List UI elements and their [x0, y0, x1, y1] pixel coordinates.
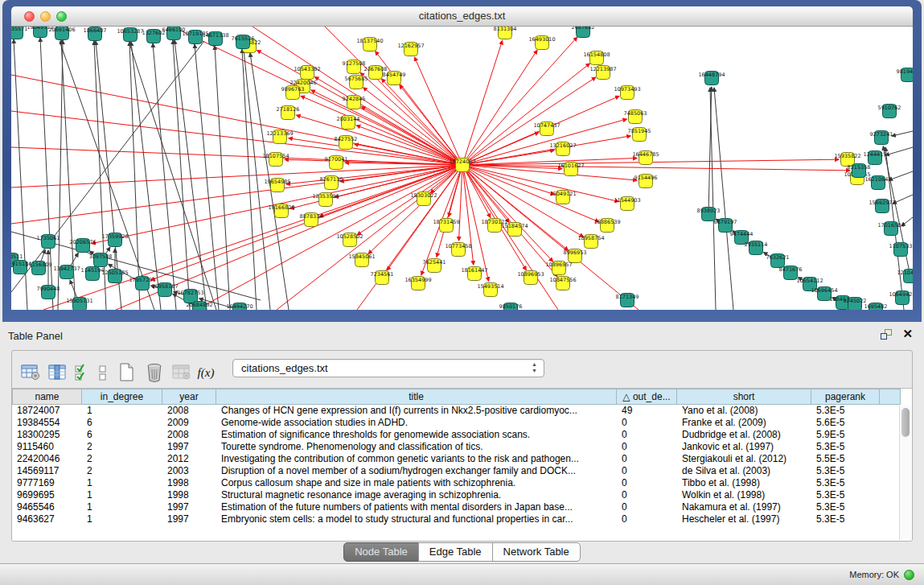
clear-selection-icon[interactable]: [94, 361, 112, 384]
show-columns-icon[interactable]: [46, 361, 70, 384]
delete-rows-icon[interactable]: [142, 361, 166, 384]
table-select[interactable]: citations_edges.txt ▲▼: [232, 359, 544, 377]
table-row[interactable]: 977716911998Corpus callosum shape and si…: [12, 477, 912, 489]
graph-node[interactable]: 7990448: [37, 286, 60, 299]
table-row[interactable]: 1872400712008Changes of HCN gene express…: [12, 405, 912, 417]
graph-node[interactable]: 8996953: [564, 249, 587, 263]
graph-node[interactable]: 8454749: [383, 72, 406, 85]
graph-node[interactable]: 18161447: [461, 267, 487, 281]
table-settings-icon[interactable]: [18, 361, 43, 384]
graph-node[interactable]: 16494270: [226, 303, 253, 311]
scrollbar-thumb[interactable]: [901, 408, 910, 437]
graph-node[interactable]: 8171349: [616, 294, 639, 307]
close-panel-icon[interactable]: ✕: [902, 328, 913, 340]
graph-node[interactable]: 12213369: [266, 130, 293, 144]
column-header-name[interactable]: name: [12, 389, 82, 405]
table-row[interactable]: 1938455462009Genome-wide association stu…: [12, 417, 912, 429]
graph-node[interactable]: 19166829: [268, 204, 294, 218]
graph-node[interactable]: 5675685: [345, 76, 368, 89]
graph-node[interactable]: 10747437: [533, 122, 560, 136]
table-row[interactable]: 969969511998Structural magnetic resonanc…: [12, 489, 912, 501]
graph-node[interactable]: 6879197: [714, 219, 737, 233]
graph-node[interactable]: 7625441: [423, 259, 446, 273]
graph-node[interactable]: 7632621: [766, 254, 790, 268]
graph-node[interactable]: 12162957: [397, 43, 424, 56]
graph-node[interactable]: 10773458: [445, 243, 471, 257]
graph-node[interactable]: 10528502: [336, 233, 363, 247]
graph-node[interactable]: 10847556: [549, 277, 576, 290]
vertical-scrollbar[interactable]: [899, 406, 911, 540]
graph-node[interactable]: 16448794: [698, 72, 725, 85]
graph-node[interactable]: 15692971: [869, 200, 895, 213]
graph-node[interactable]: 4935571: [11, 27, 27, 39]
graph-node[interactable]: 9154496: [634, 175, 658, 188]
graph-node[interactable]: 17359928: [101, 233, 128, 247]
graph-node[interactable]: 12505185: [101, 270, 128, 283]
graph-node[interactable]: 13942737: [53, 266, 80, 279]
graph-node[interactable]: 1735061: [37, 235, 60, 249]
tab-network-table[interactable]: Network Table: [492, 542, 581, 562]
graph-node[interactable]: 7234561: [371, 271, 394, 285]
graph-node[interactable]: 9819472: [897, 68, 913, 82]
graph-node[interactable]: 9850176: [499, 303, 523, 311]
graph-node[interactable]: 16493010: [528, 36, 555, 50]
graph-node[interactable]: 14671338: [202, 32, 228, 46]
graph-node[interactable]: 18958754: [577, 235, 604, 249]
graph-node[interactable]: 9127508: [343, 60, 366, 74]
graph-node[interactable]: 1866407: [84, 27, 107, 41]
graph-node[interactable]: 16782753: [177, 290, 203, 303]
graph-node[interactable]: 10973493: [614, 86, 640, 100]
graph-node[interactable]: 8427552: [335, 136, 358, 150]
graph-node[interactable]: 9273241: [870, 131, 893, 145]
graph-node[interactable]: 2718126: [277, 106, 300, 120]
table-row[interactable]: 946554611997Estimation of the future num…: [12, 501, 912, 513]
window-titlebar[interactable]: citations_edges.txt: [11, 6, 913, 27]
graph-node[interactable]: 16154808: [583, 51, 610, 65]
graph-canvas[interactable]: 1872400710543392224200469896763271812612…: [11, 27, 913, 310]
graph-node[interactable]: 11544903: [614, 197, 640, 211]
new-file-icon[interactable]: [115, 361, 139, 384]
column-header-year[interactable]: year: [162, 389, 216, 405]
graph-node[interactable]: 1244415: [864, 151, 887, 165]
graph-node[interactable]: 15049121: [549, 191, 576, 204]
graph-node[interactable]: 9170041: [325, 156, 348, 170]
column-header-in_degree[interactable]: in_degree: [82, 389, 162, 405]
graph-node[interactable]: 20691406: [48, 27, 75, 40]
table-row[interactable]: 1456911722003Disruption of a novel membe…: [12, 465, 912, 477]
column-header-pagerank[interactable]: pagerank: [811, 389, 880, 405]
graph-node[interactable]: 1107533: [889, 243, 913, 257]
graph-node[interactable]: 1145194: [81, 267, 105, 281]
table-row[interactable]: 911546021997Tourette syndrome. Phenomeno…: [12, 441, 912, 453]
select-all-icon[interactable]: [73, 361, 91, 384]
graph-node[interactable]: 16210643: [864, 176, 891, 190]
column-header-title[interactable]: title: [216, 389, 617, 405]
graph-node[interactable]: 10543392: [294, 66, 320, 80]
table-row[interactable]: 946362711997Embryonic stem cells: a mode…: [12, 513, 912, 525]
graph-node[interactable]: 7485063: [624, 110, 647, 124]
graph-node[interactable]: 2803144: [337, 116, 360, 130]
tab-edge-table[interactable]: Edge Table: [418, 542, 493, 562]
graph-node[interactable]: 8131304: [494, 27, 517, 39]
graph-node[interactable]: 18303022: [410, 192, 437, 206]
graph-node[interactable]: 15493514: [477, 283, 503, 297]
graph-node[interactable]: 18731459: [433, 219, 459, 233]
graph-node[interactable]: 16354999: [405, 277, 431, 290]
graph-node[interactable]: 7851945: [628, 128, 651, 142]
graph-node[interactable]: 10653287: [117, 28, 143, 42]
graph-node[interactable]: 18137540: [356, 38, 383, 51]
column-header-out_degree[interactable]: △ out_de...: [617, 389, 677, 405]
delete-table-icon[interactable]: [170, 361, 194, 384]
graph-node[interactable]: 20684892: [186, 302, 212, 311]
graph-node[interactable]: 1695482: [864, 303, 888, 311]
graph-node[interactable]: 12104554: [897, 270, 913, 283]
graph-node[interactable]: 15845061: [348, 253, 375, 267]
graph-node[interactable]: 8267130: [320, 176, 343, 190]
graph-node[interactable]: 12213987: [589, 66, 616, 80]
float-panel-icon[interactable]: [881, 329, 892, 340]
table-row[interactable]: 2242004622012Investigating the contribut…: [12, 453, 912, 465]
table-row[interactable]: 1830029562008Estimation of significance …: [12, 429, 912, 441]
graph-node[interactable]: 10649422: [889, 291, 913, 305]
column-header-short[interactable]: short: [677, 389, 811, 405]
tab-node-table[interactable]: Node Table: [343, 542, 419, 562]
function-builder-icon[interactable]: f(x): [197, 361, 215, 384]
